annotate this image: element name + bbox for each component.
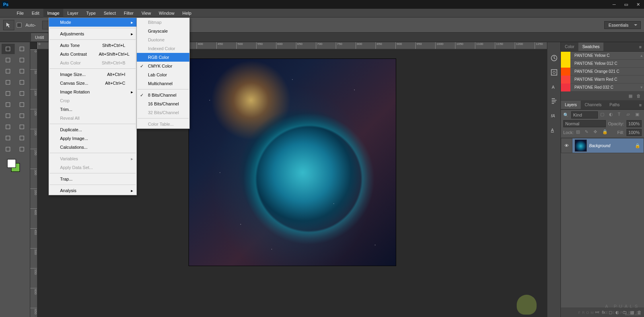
- menu-item-8-bits-channel[interactable]: ✓8 Bits/Channel: [137, 91, 189, 99]
- menu-select[interactable]: Select: [100, 9, 120, 18]
- swatch-row[interactable]: PANTONE Orange 021 C: [561, 68, 644, 76]
- color-panel-menu-icon[interactable]: ≡: [637, 45, 644, 49]
- filter-shape-icon[interactable]: ▱: [626, 112, 633, 118]
- layer-thumbnail[interactable]: [575, 140, 587, 152]
- menu-edit[interactable]: Edit: [28, 9, 43, 18]
- heal-tool[interactable]: [2, 77, 15, 88]
- lasso-tool[interactable]: [2, 55, 15, 65]
- wand-tool[interactable]: [16, 55, 29, 65]
- menu-item-trap[interactable]: Trap...: [49, 175, 136, 183]
- history-tool[interactable]: [16, 88, 29, 99]
- swatch-row[interactable]: PANTONE Red 032 C▾: [561, 84, 644, 91]
- menu-item-mode[interactable]: Mode▸: [49, 18, 136, 27]
- menu-item-calculations[interactable]: Calculations...: [49, 143, 136, 152]
- window-close-button[interactable]: ✕: [632, 0, 644, 9]
- menu-type[interactable]: Type: [82, 9, 100, 18]
- swatch-row[interactable]: PANTONE Warm Red C: [561, 76, 644, 84]
- layer-name[interactable]: Background: [589, 144, 610, 148]
- menu-item-16-bits-channel[interactable]: 16 Bits/Channel: [137, 99, 189, 108]
- stamp-tool[interactable]: [2, 88, 15, 99]
- menu-filter[interactable]: Filter: [120, 9, 137, 18]
- eraser-tool[interactable]: [2, 99, 15, 110]
- menu-item-apply-image[interactable]: Apply Image...: [49, 134, 136, 143]
- blend-mode-select[interactable]: Normal: [563, 120, 606, 127]
- lock-all-icon[interactable]: 🔒: [602, 129, 609, 136]
- menu-item-canvas-size[interactable]: Canvas Size...Alt+Ctrl+C: [49, 79, 136, 88]
- scroll-arrow-icon[interactable]: ▴: [639, 53, 644, 58]
- menu-item-cmyk-color[interactable]: ✓CMYK Color: [137, 62, 189, 70]
- menu-image[interactable]: Image: [43, 9, 64, 18]
- delete-swatch-icon[interactable]: 🗑: [636, 93, 641, 98]
- eyedrop-tool[interactable]: [16, 66, 29, 76]
- menu-item-multichannel[interactable]: Multichannel: [137, 79, 189, 88]
- menu-item-adjustments[interactable]: Adjustments▸: [49, 29, 136, 38]
- layers-tab-paths[interactable]: Paths: [605, 101, 624, 109]
- menu-item-rgb-color[interactable]: RGB Color: [137, 53, 189, 62]
- current-tool-indicator[interactable]: [3, 20, 14, 30]
- menu-item-grayscale[interactable]: Grayscale: [137, 27, 189, 35]
- layer-row[interactable]: 👁Background🔒: [561, 138, 644, 153]
- hand-tool[interactable]: [2, 144, 15, 154]
- menu-help[interactable]: Help: [178, 9, 195, 18]
- window-restore-button[interactable]: ▭: [620, 0, 632, 9]
- styles-panel-icon[interactable]: A: [550, 126, 558, 134]
- menu-item-analysis[interactable]: Analysis▸: [49, 186, 136, 195]
- scroll-arrow-icon[interactable]: ▾: [639, 85, 644, 90]
- marquee-tool[interactable]: [16, 44, 29, 54]
- lock-pixels-icon[interactable]: ✎: [585, 129, 591, 136]
- filter-smart-icon[interactable]: ▣: [635, 112, 642, 118]
- image-menu-dropdown[interactable]: Mode▸Adjustments▸Auto ToneShift+Ctrl+LAu…: [49, 18, 137, 195]
- fill-field[interactable]: 100%: [626, 129, 642, 136]
- move-tool[interactable]: [2, 44, 15, 54]
- workspace-switcher[interactable]: Essentials: [604, 21, 641, 29]
- swatch-row[interactable]: PANTONE Yellow C▴: [561, 52, 644, 60]
- document-canvas[interactable]: [189, 59, 396, 266]
- menu-item-trim[interactable]: Trim...: [49, 105, 136, 114]
- layers-panel-menu-icon[interactable]: ≡: [637, 103, 644, 107]
- filter-pixel-icon[interactable]: ▢: [600, 112, 607, 118]
- color-swatch-area[interactable]: [2, 158, 28, 175]
- properties-panel-icon[interactable]: [550, 68, 558, 76]
- visibility-toggle-icon[interactable]: 👁: [561, 138, 572, 153]
- menu-layer[interactable]: Layer: [63, 9, 82, 18]
- color-tab-swatches[interactable]: Swatches: [578, 43, 603, 51]
- rect-tool[interactable]: [16, 133, 29, 143]
- layers-tab-channels[interactable]: Channels: [581, 101, 605, 109]
- lock-transparency-icon[interactable]: ▨: [576, 129, 582, 136]
- document-tab[interactable]: Untitl: [31, 33, 48, 41]
- zoom-tool[interactable]: [16, 144, 29, 154]
- dodge-tool[interactable]: [16, 111, 29, 121]
- foreground-color-swatch[interactable]: [7, 159, 16, 168]
- type-tool[interactable]: [16, 122, 29, 132]
- history-panel-icon[interactable]: [550, 54, 558, 62]
- opacity-field[interactable]: 100%: [626, 120, 642, 127]
- menu-item-auto-contrast[interactable]: Auto ContrastAlt+Shift+Ctrl+L: [49, 50, 136, 58]
- color-tab-color[interactable]: Color: [561, 43, 578, 51]
- mode-submenu-dropdown[interactable]: BitmapGrayscaleDuotoneIndexed ColorRGB C…: [136, 18, 190, 129]
- lock-position-icon[interactable]: ✥: [593, 129, 600, 136]
- crop-tool[interactable]: [2, 66, 15, 76]
- menu-item-auto-tone[interactable]: Auto ToneShift+Ctrl+L: [49, 41, 136, 50]
- brush-tool[interactable]: [16, 77, 29, 88]
- auto-select-checkbox[interactable]: [17, 23, 21, 27]
- menu-view[interactable]: View: [138, 9, 155, 18]
- menu-item-duplicate[interactable]: Duplicate...: [49, 125, 136, 134]
- layers-tab-layers[interactable]: Layers: [561, 101, 581, 109]
- menu-item-image-rotation[interactable]: Image Rotation▸: [49, 88, 136, 96]
- swatch-row[interactable]: PANTONE Yellow 012 C: [561, 60, 644, 68]
- menu-item-image-size[interactable]: Image Size...Alt+Ctrl+I: [49, 70, 136, 79]
- menu-file[interactable]: File: [13, 9, 28, 18]
- character-panel-icon[interactable]: A: [550, 83, 558, 91]
- glyphs-panel-icon[interactable]: fA: [550, 111, 558, 119]
- filter-type-icon[interactable]: T: [618, 112, 624, 118]
- layer-filter-kind[interactable]: Kind: [571, 111, 598, 119]
- path-tool[interactable]: [2, 133, 15, 143]
- paragraph-panel-icon[interactable]: [550, 97, 558, 105]
- menu-window[interactable]: Window: [155, 9, 178, 18]
- blur-tool[interactable]: [2, 111, 15, 121]
- filter-adjustment-icon[interactable]: ◐: [609, 112, 615, 118]
- menu-item-lab-color[interactable]: Lab Color: [137, 70, 189, 79]
- pen-tool[interactable]: [2, 122, 15, 132]
- window-minimize-button[interactable]: ─: [608, 0, 620, 9]
- gradient-tool[interactable]: [16, 99, 29, 110]
